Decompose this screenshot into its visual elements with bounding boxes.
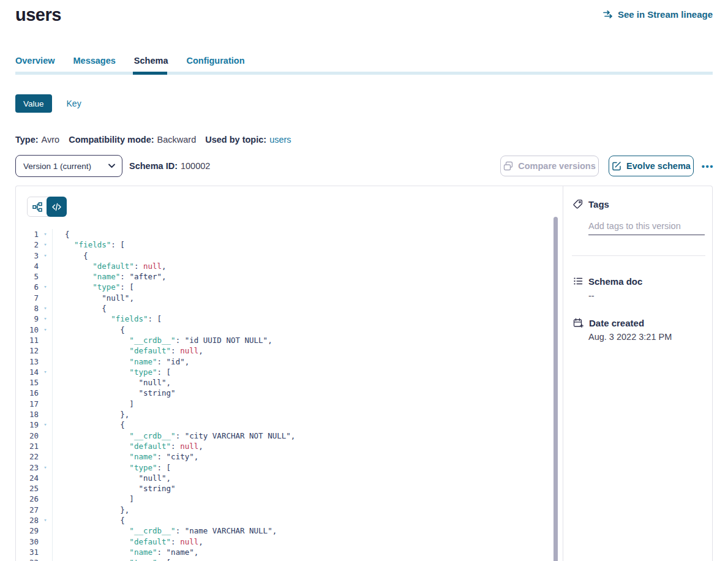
code-line: 8▾ { (16, 303, 554, 314)
code-scrollbar-thumb[interactable] (554, 217, 558, 561)
schema-doc-section-header: Schema doc (573, 276, 642, 287)
code-line: 17 ] (16, 399, 554, 409)
fold-toggle-icon[interactable]: ▾ (39, 250, 52, 261)
version-select-wrap: Version 1 (current) (15, 155, 122, 177)
fold-toggle-icon[interactable]: ▾ (39, 420, 52, 430)
date-created-title: Date created (589, 318, 644, 328)
code-text: "type": [ (52, 367, 554, 377)
line-number: 19 (16, 420, 39, 430)
code-view-button[interactable] (47, 197, 67, 217)
code-text: { (52, 250, 554, 261)
code-text: ] (52, 399, 554, 409)
fold-spacer (39, 271, 52, 282)
code-line: 1▾{ (16, 229, 554, 239)
list-icon (573, 276, 583, 286)
line-number: 16 (16, 388, 39, 398)
more-actions-button[interactable]: ••• (698, 155, 718, 177)
lineage-link-label: See in Stream lineage (618, 9, 713, 20)
code-text: { (52, 325, 554, 335)
code-text: "type": [ (52, 462, 554, 473)
edit-icon (612, 161, 621, 171)
line-number: 10 (16, 325, 39, 335)
lineage-arrows-icon (602, 10, 614, 18)
code-text: "null", (52, 377, 554, 388)
code-line: 25 "string" (16, 483, 554, 494)
line-number: 23 (16, 462, 39, 473)
code-line: 9▾ "fields": [ (16, 314, 554, 324)
fold-toggle-icon[interactable]: ▾ (39, 314, 52, 324)
code-line: 28▾ { (16, 515, 554, 525)
fold-spacer (39, 494, 52, 504)
key-toggle-button[interactable]: Key (67, 99, 81, 108)
line-number: 32 (16, 557, 39, 561)
stream-lineage-link[interactable]: See in Stream lineage (602, 9, 713, 20)
fold-spacer (39, 547, 52, 557)
schema-part-toggle: Value Key (15, 94, 81, 113)
version-select[interactable]: Version 1 (current) (15, 155, 122, 177)
fold-toggle-icon[interactable]: ▾ (39, 462, 52, 473)
compatibility-value: Backward (157, 135, 197, 145)
tree-view-button[interactable] (28, 197, 47, 216)
schema-panel: 1▾{2▾ "fields": [3▾ {4 "default": null,5… (15, 186, 713, 561)
code-text: "name": "after", (52, 271, 554, 282)
code-text: }, (52, 505, 554, 515)
compatibility-label: Compatibility mode: (69, 135, 154, 145)
line-number: 15 (16, 377, 39, 388)
line-number: 30 (16, 537, 39, 547)
code-text: ] (52, 494, 554, 504)
code-text: "string" (52, 483, 554, 494)
topic-link[interactable]: users (269, 135, 291, 145)
tag-icon (573, 199, 583, 209)
line-number: 25 (16, 483, 39, 494)
code-text: { (52, 515, 554, 525)
code-text: }, (52, 409, 554, 420)
code-line: 5 "name": "after", (16, 271, 554, 282)
tags-title: Tags (588, 199, 609, 209)
schema-sidebar: Tags Schema doc (563, 186, 713, 561)
code-text: "type": [ (52, 282, 554, 292)
code-text: { (52, 303, 554, 314)
code-line: 15 "null", (16, 377, 554, 388)
code-text: "default": null, (52, 261, 554, 271)
code-line: 3▾ { (16, 250, 554, 261)
code-line: 20 "__crdb__": "city VARCHAR NOT NULL", (16, 431, 554, 441)
line-number: 3 (16, 250, 39, 261)
line-number: 27 (16, 505, 39, 515)
compare-versions-icon (503, 161, 513, 171)
code-text: "default": null, (52, 345, 554, 356)
code-text: "fields": [ (52, 314, 554, 324)
sidebar-divider (572, 255, 705, 256)
type-label: Type: (15, 135, 39, 145)
code-text: "default": null, (52, 537, 554, 547)
code-line: 18 }, (16, 409, 554, 420)
schema-doc-title: Schema doc (588, 276, 642, 287)
line-number: 26 (16, 494, 39, 504)
fold-toggle-icon[interactable]: ▾ (39, 557, 52, 561)
fold-toggle-icon[interactable]: ▾ (39, 239, 52, 250)
tags-section-header: Tags (573, 199, 609, 209)
add-tags-input[interactable] (588, 217, 705, 235)
code-text: "default": null, (52, 441, 554, 451)
fold-toggle-icon[interactable]: ▾ (39, 325, 52, 335)
fold-spacer (39, 505, 52, 515)
fold-toggle-icon[interactable]: ▾ (39, 303, 52, 314)
line-number: 31 (16, 547, 39, 557)
code-text: { (52, 229, 554, 239)
fold-toggle-icon[interactable]: ▾ (39, 229, 52, 239)
tree-view-icon (32, 202, 42, 212)
schema-view-toggle (27, 197, 67, 217)
fold-spacer (39, 345, 52, 356)
code-line: 26 ] (16, 494, 554, 504)
fold-toggle-icon[interactable]: ▾ (39, 282, 52, 292)
code-line: 22 "name": "city", (16, 451, 554, 462)
line-number: 14 (16, 367, 39, 377)
code-line: 7 "null", (16, 293, 554, 303)
value-toggle-button[interactable]: Value (15, 94, 52, 113)
code-text: "null", (52, 473, 554, 483)
fold-toggle-icon[interactable]: ▾ (39, 515, 52, 525)
fold-spacer (39, 525, 52, 536)
fold-toggle-icon[interactable]: ▾ (39, 367, 52, 377)
compare-versions-button[interactable]: Compare versions (500, 156, 599, 176)
fold-spacer (39, 356, 52, 367)
evolve-schema-button[interactable]: Evolve schema (609, 156, 694, 176)
